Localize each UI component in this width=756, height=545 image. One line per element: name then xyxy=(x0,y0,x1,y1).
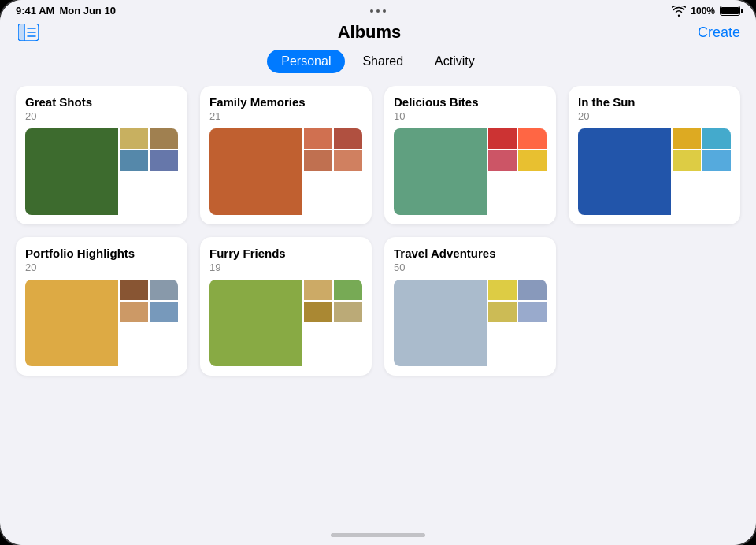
album-card[interactable]: Delicious Bites10 xyxy=(384,86,556,224)
album-photos xyxy=(394,280,547,366)
album-title: Furry Friends xyxy=(209,247,362,260)
home-bar xyxy=(331,533,425,537)
album-title: Family Memories xyxy=(209,95,362,109)
photo-cell-main xyxy=(25,128,118,215)
photo-grid-right xyxy=(673,128,731,171)
album-card[interactable]: Great Shots20 xyxy=(16,86,187,224)
time: 9:41 AM xyxy=(16,5,54,17)
album-count: 20 xyxy=(25,261,178,273)
photo-cell xyxy=(518,280,547,300)
album-title: Portfolio Highlights xyxy=(25,247,178,260)
status-bar: 9:41 AM Mon Jun 10 100% xyxy=(0,0,756,18)
album-count: 50 xyxy=(394,261,547,273)
photo-cell xyxy=(518,128,547,149)
photo-cell xyxy=(488,128,517,149)
photo-cell xyxy=(488,150,517,171)
photo-cell xyxy=(334,150,362,171)
photo-cell-main xyxy=(394,280,487,366)
photo-grid-right xyxy=(488,280,547,322)
battery-percent: 100% xyxy=(691,6,715,17)
svg-rect-1 xyxy=(18,24,24,41)
camera-dots xyxy=(370,9,386,13)
photo-cell xyxy=(702,128,731,149)
create-button[interactable]: Create xyxy=(698,24,740,41)
album-photos xyxy=(25,280,178,366)
photo-cell xyxy=(150,150,178,171)
wifi-icon xyxy=(672,6,686,17)
photo-cell xyxy=(334,280,362,300)
photo-cell xyxy=(488,302,517,322)
tab-shared[interactable]: Shared xyxy=(348,50,417,73)
photo-cell-main xyxy=(578,128,671,215)
album-title: In the Sun xyxy=(578,95,731,109)
tab-bar: Personal Shared Activity xyxy=(0,50,756,86)
photo-cell xyxy=(304,302,332,322)
photo-cell xyxy=(334,302,362,322)
photo-cell xyxy=(488,280,517,300)
album-title: Delicious Bites xyxy=(394,95,547,109)
photo-cell-main xyxy=(394,128,487,215)
album-card[interactable]: Furry Friends19 xyxy=(200,237,372,376)
home-indicator xyxy=(0,527,756,545)
sidebar-icon xyxy=(18,24,39,41)
status-left: 9:41 AM Mon Jun 10 xyxy=(16,5,116,17)
battery-fill xyxy=(721,7,739,14)
album-photos xyxy=(25,128,178,215)
album-card[interactable]: Portfolio Highlights20 xyxy=(16,237,187,376)
photo-cell xyxy=(673,150,701,171)
tab-personal[interactable]: Personal xyxy=(267,50,345,73)
photo-cell xyxy=(120,150,148,171)
tab-activity[interactable]: Activity xyxy=(421,50,489,73)
battery-icon xyxy=(720,6,740,16)
album-count: 21 xyxy=(209,110,362,122)
album-count: 20 xyxy=(25,110,178,122)
album-title: Great Shots xyxy=(25,95,178,109)
photo-grid-right xyxy=(120,128,178,171)
album-card[interactable]: In the Sun20 xyxy=(569,86,740,224)
album-photos xyxy=(209,128,362,215)
album-title: Travel Adventures xyxy=(394,247,547,260)
photo-cell xyxy=(304,150,332,171)
album-count: 19 xyxy=(209,261,362,273)
main-content: Great Shots20Family Memories21Delicious … xyxy=(0,86,756,527)
status-right: 100% xyxy=(672,6,740,17)
photo-cell xyxy=(120,280,148,300)
album-photos xyxy=(209,280,362,366)
album-photos xyxy=(578,128,731,215)
photo-grid-right xyxy=(304,128,362,171)
nav-bar: Albums Create xyxy=(0,18,756,50)
photo-cell xyxy=(150,302,178,322)
album-count: 20 xyxy=(578,110,731,122)
photo-cell xyxy=(518,150,547,171)
album-photos xyxy=(394,128,547,215)
photo-cell xyxy=(673,128,701,149)
photo-cell-main xyxy=(25,280,118,366)
date: Mon Jun 10 xyxy=(59,5,116,17)
ipad-screen: 9:41 AM Mon Jun 10 100% xyxy=(0,0,756,545)
photo-cell xyxy=(150,128,178,149)
page-title: Albums xyxy=(338,22,402,43)
ipad-frame: 9:41 AM Mon Jun 10 100% xyxy=(0,0,756,545)
photo-grid-right xyxy=(488,128,547,171)
photo-cell xyxy=(120,128,148,149)
photo-cell xyxy=(304,280,332,300)
album-card[interactable]: Family Memories21 xyxy=(200,86,372,224)
photo-cell-main xyxy=(209,128,302,215)
photo-cell-main xyxy=(209,280,302,366)
photo-cell xyxy=(334,128,362,149)
album-count: 10 xyxy=(394,110,547,122)
photo-cell xyxy=(150,280,178,300)
album-card[interactable]: Travel Adventures50 xyxy=(384,237,556,376)
photo-cell xyxy=(304,128,332,149)
photo-cell xyxy=(518,302,547,322)
photo-grid-right xyxy=(304,280,362,322)
albums-grid: Great Shots20Family Memories21Delicious … xyxy=(16,86,740,376)
photo-cell xyxy=(120,302,148,322)
sidebar-toggle-button[interactable] xyxy=(16,21,41,43)
photo-cell xyxy=(702,150,731,171)
photo-grid-right xyxy=(120,280,178,322)
